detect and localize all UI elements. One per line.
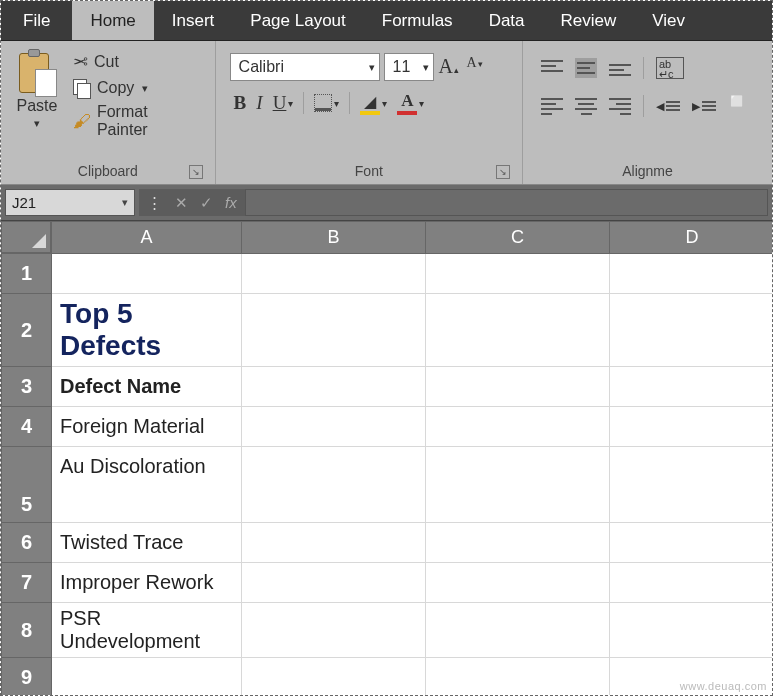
row-header[interactable]: 2 bbox=[2, 294, 52, 367]
tab-home[interactable]: Home bbox=[72, 1, 153, 40]
cell[interactable] bbox=[242, 407, 426, 447]
cell[interactable] bbox=[242, 563, 426, 603]
col-header-D[interactable]: D bbox=[610, 222, 774, 254]
wrap-text-button[interactable]: ab↵c bbox=[656, 57, 684, 79]
italic-button[interactable]: I bbox=[256, 92, 262, 114]
col-header-A[interactable]: A bbox=[52, 222, 242, 254]
row-header[interactable]: 4 bbox=[2, 407, 52, 447]
align-bottom-button[interactable] bbox=[609, 58, 631, 78]
decrease-font-button[interactable]: A▾ bbox=[464, 55, 486, 79]
chevron-down-icon[interactable]: ▾ bbox=[288, 98, 293, 109]
bold-button[interactable]: B bbox=[234, 92, 247, 114]
align-middle-button[interactable] bbox=[575, 58, 597, 78]
cell[interactable] bbox=[426, 658, 610, 697]
cell[interactable] bbox=[610, 367, 774, 407]
name-box[interactable]: J21 ▾ bbox=[5, 189, 135, 216]
chevron-down-icon[interactable]: ▾ bbox=[419, 98, 424, 109]
cancel-button[interactable]: ✕ bbox=[175, 194, 188, 212]
cell[interactable] bbox=[242, 523, 426, 563]
cell[interactable] bbox=[610, 294, 774, 367]
cell[interactable] bbox=[242, 367, 426, 407]
decrease-indent-button[interactable]: ◀ bbox=[656, 100, 680, 113]
col-header-B[interactable]: B bbox=[242, 222, 426, 254]
cell[interactable] bbox=[426, 367, 610, 407]
row-header[interactable]: 6 bbox=[2, 523, 52, 563]
cell[interactable]: Top 5 Defects bbox=[52, 294, 242, 367]
align-top-button[interactable] bbox=[541, 58, 563, 78]
merge-button[interactable]: ⬜ bbox=[728, 95, 756, 117]
cell[interactable] bbox=[610, 563, 774, 603]
table-row: 5Au Discoloration bbox=[2, 447, 774, 523]
cell[interactable] bbox=[242, 447, 426, 523]
formula-input[interactable] bbox=[245, 189, 768, 216]
enter-button[interactable]: ✓ bbox=[200, 194, 213, 212]
row-header[interactable]: 9 bbox=[2, 658, 52, 697]
col-header-C[interactable]: C bbox=[426, 222, 610, 254]
more-icon[interactable]: ⋮ bbox=[147, 194, 163, 212]
font-size-combo[interactable]: 11 ▾ bbox=[384, 53, 434, 81]
cell[interactable] bbox=[426, 523, 610, 563]
increase-indent-button[interactable]: ▶ bbox=[692, 100, 716, 113]
cell[interactable] bbox=[610, 523, 774, 563]
cell[interactable] bbox=[426, 407, 610, 447]
separator bbox=[349, 92, 350, 114]
select-all-corner[interactable] bbox=[1, 221, 51, 253]
cell[interactable] bbox=[610, 603, 774, 658]
cell[interactable]: Improper Rework bbox=[52, 563, 242, 603]
chevron-down-icon[interactable]: ▾ bbox=[142, 82, 148, 95]
cell[interactable] bbox=[242, 254, 426, 294]
row-header[interactable]: 7 bbox=[2, 563, 52, 603]
cell[interactable] bbox=[52, 254, 242, 294]
font-color-button[interactable]: A ▾ bbox=[397, 91, 424, 115]
tab-formulas[interactable]: Formulas bbox=[364, 1, 471, 40]
dialog-launcher-font[interactable]: ↘ bbox=[496, 165, 510, 179]
font-name-combo[interactable]: Calibri ▾ bbox=[230, 53, 380, 81]
chevron-down-icon[interactable]: ▾ bbox=[34, 117, 40, 130]
tab-page-layout[interactable]: Page Layout bbox=[232, 1, 363, 40]
row-header[interactable]: 5 bbox=[2, 447, 52, 523]
fx-button[interactable]: fx bbox=[225, 194, 237, 211]
tab-insert[interactable]: Insert bbox=[154, 1, 233, 40]
chevron-down-icon[interactable]: ▾ bbox=[382, 98, 387, 109]
cell[interactable] bbox=[426, 563, 610, 603]
align-center-button[interactable] bbox=[575, 98, 597, 115]
increase-font-button[interactable]: A▴ bbox=[438, 55, 460, 79]
cell[interactable]: Au Discoloration bbox=[52, 447, 242, 523]
row-header[interactable]: 3 bbox=[2, 367, 52, 407]
tab-file[interactable]: File bbox=[1, 1, 72, 40]
align-left-button[interactable] bbox=[541, 98, 563, 115]
paste-button[interactable]: Paste ▾ bbox=[9, 47, 65, 161]
cell[interactable]: Twisted Trace bbox=[52, 523, 242, 563]
cell[interactable] bbox=[52, 658, 242, 697]
cell[interactable]: Foreign Material bbox=[52, 407, 242, 447]
cell[interactable] bbox=[242, 294, 426, 367]
cell[interactable] bbox=[426, 254, 610, 294]
cell[interactable]: PSR Undevelopment bbox=[52, 603, 242, 658]
format-painter-button[interactable]: 🖌 Format Painter bbox=[73, 103, 203, 139]
cell[interactable] bbox=[242, 603, 426, 658]
copy-button[interactable]: Copy ▾ bbox=[73, 79, 203, 97]
fill-color-button[interactable]: ◢ ▾ bbox=[360, 92, 387, 115]
border-button[interactable]: ▾ bbox=[314, 94, 339, 112]
cell[interactable] bbox=[426, 447, 610, 523]
cell[interactable] bbox=[242, 658, 426, 697]
cell[interactable] bbox=[426, 603, 610, 658]
cell[interactable] bbox=[610, 254, 774, 294]
tab-view[interactable]: Viev bbox=[634, 1, 703, 40]
chevron-down-icon[interactable]: ▾ bbox=[423, 61, 429, 74]
cell[interactable] bbox=[610, 447, 774, 523]
chevron-down-icon[interactable]: ▾ bbox=[122, 196, 128, 209]
cell[interactable] bbox=[610, 407, 774, 447]
row-header[interactable]: 1 bbox=[2, 254, 52, 294]
row-header[interactable]: 8 bbox=[2, 603, 52, 658]
underline-button[interactable]: U ▾ bbox=[273, 92, 294, 114]
tab-review[interactable]: Review bbox=[543, 1, 635, 40]
chevron-down-icon[interactable]: ▾ bbox=[369, 61, 375, 74]
cell[interactable] bbox=[426, 294, 610, 367]
cut-button[interactable]: ✂ Cut bbox=[73, 51, 203, 73]
tab-data[interactable]: Data bbox=[471, 1, 543, 40]
dialog-launcher-clipboard[interactable]: ↘ bbox=[189, 165, 203, 179]
chevron-down-icon[interactable]: ▾ bbox=[334, 98, 339, 109]
cell[interactable]: Defect Name bbox=[52, 367, 242, 407]
align-right-button[interactable] bbox=[609, 98, 631, 115]
